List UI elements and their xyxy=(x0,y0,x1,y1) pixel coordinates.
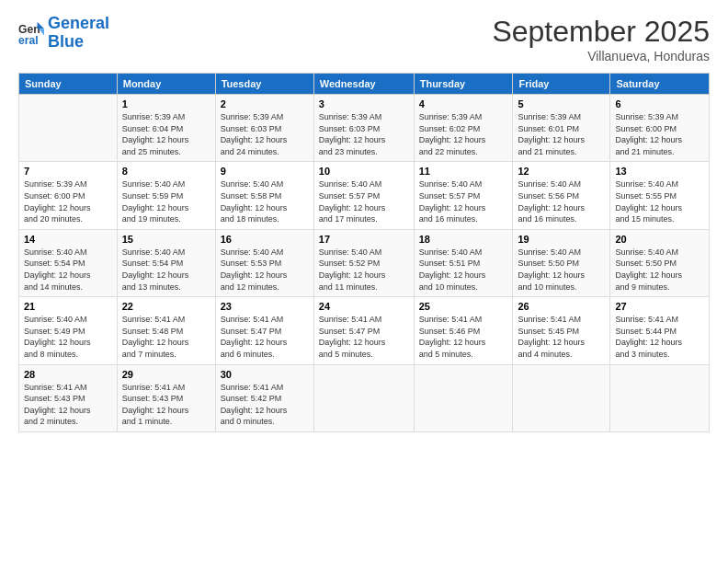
day-number: 2 xyxy=(221,98,309,109)
day-number: 3 xyxy=(319,98,409,109)
day-info: Sunrise: 5:41 AM Sunset: 5:43 PM Dayligh… xyxy=(24,382,112,428)
day-number: 10 xyxy=(319,166,409,177)
day-cell: 23Sunrise: 5:41 AM Sunset: 5:47 PM Dayli… xyxy=(215,297,313,364)
day-info: Sunrise: 5:40 AM Sunset: 5:52 PM Dayligh… xyxy=(319,247,409,293)
day-number: 19 xyxy=(518,234,605,245)
day-number: 22 xyxy=(122,301,210,312)
day-number: 12 xyxy=(518,166,605,177)
day-cell: 11Sunrise: 5:40 AM Sunset: 5:57 PM Dayli… xyxy=(414,162,513,229)
day-info: Sunrise: 5:40 AM Sunset: 5:49 PM Dayligh… xyxy=(24,314,112,360)
day-number: 23 xyxy=(221,301,309,312)
day-number: 7 xyxy=(24,166,112,177)
week-row-0: 1Sunrise: 5:39 AM Sunset: 6:04 PM Daylig… xyxy=(19,95,710,162)
day-cell: 6Sunrise: 5:39 AM Sunset: 6:00 PM Daylig… xyxy=(610,95,710,162)
calendar-table: Sunday Monday Tuesday Wednesday Thursday… xyxy=(18,73,710,432)
day-number: 9 xyxy=(221,166,309,177)
day-number: 29 xyxy=(122,369,210,380)
col-tuesday: Tuesday xyxy=(215,74,313,95)
day-info: Sunrise: 5:41 AM Sunset: 5:48 PM Dayligh… xyxy=(122,314,210,360)
day-info: Sunrise: 5:40 AM Sunset: 5:58 PM Dayligh… xyxy=(221,178,309,224)
day-number: 24 xyxy=(319,301,409,312)
header: Gen eral GeneralBlue September 2025 Vill… xyxy=(18,15,710,63)
month-title: September 2025 xyxy=(492,15,710,49)
location-subtitle: Villanueva, Honduras xyxy=(492,49,710,63)
day-cell: 14Sunrise: 5:40 AM Sunset: 5:54 PM Dayli… xyxy=(19,229,118,296)
day-cell: 20Sunrise: 5:40 AM Sunset: 5:50 PM Dayli… xyxy=(610,229,710,296)
day-info: Sunrise: 5:39 AM Sunset: 6:03 PM Dayligh… xyxy=(221,111,309,157)
day-cell: 9Sunrise: 5:40 AM Sunset: 5:58 PM Daylig… xyxy=(215,162,313,229)
day-info: Sunrise: 5:40 AM Sunset: 5:54 PM Dayligh… xyxy=(122,247,210,293)
day-number: 15 xyxy=(122,234,210,245)
day-number: 17 xyxy=(319,234,409,245)
day-number: 18 xyxy=(419,234,508,245)
day-number: 16 xyxy=(221,234,309,245)
week-row-1: 7Sunrise: 5:39 AM Sunset: 6:00 PM Daylig… xyxy=(19,162,710,229)
day-number: 8 xyxy=(122,166,210,177)
day-number: 6 xyxy=(615,98,704,109)
day-cell: 7Sunrise: 5:39 AM Sunset: 6:00 PM Daylig… xyxy=(19,162,118,229)
day-info: Sunrise: 5:40 AM Sunset: 5:57 PM Dayligh… xyxy=(319,178,409,224)
svg-marker-2 xyxy=(38,22,44,29)
logo: Gen eral GeneralBlue xyxy=(18,15,109,52)
day-info: Sunrise: 5:39 AM Sunset: 6:04 PM Dayligh… xyxy=(122,111,210,157)
day-number: 27 xyxy=(615,301,704,312)
day-cell: 10Sunrise: 5:40 AM Sunset: 5:57 PM Dayli… xyxy=(313,162,414,229)
day-info: Sunrise: 5:39 AM Sunset: 6:00 PM Dayligh… xyxy=(24,178,112,224)
day-cell: 13Sunrise: 5:40 AM Sunset: 5:55 PM Dayli… xyxy=(610,162,710,229)
week-row-2: 14Sunrise: 5:40 AM Sunset: 5:54 PM Dayli… xyxy=(19,229,710,296)
day-cell: 30Sunrise: 5:41 AM Sunset: 5:42 PM Dayli… xyxy=(215,364,313,431)
day-number: 11 xyxy=(419,166,508,177)
day-info: Sunrise: 5:40 AM Sunset: 5:57 PM Dayligh… xyxy=(419,178,508,224)
day-info: Sunrise: 5:39 AM Sunset: 6:03 PM Dayligh… xyxy=(319,111,409,157)
col-saturday: Saturday xyxy=(610,74,710,95)
day-number: 13 xyxy=(615,166,704,177)
day-cell xyxy=(313,364,414,431)
day-info: Sunrise: 5:40 AM Sunset: 5:59 PM Dayligh… xyxy=(122,178,210,224)
day-cell: 2Sunrise: 5:39 AM Sunset: 6:03 PM Daylig… xyxy=(215,95,313,162)
day-cell: 17Sunrise: 5:40 AM Sunset: 5:52 PM Dayli… xyxy=(313,229,414,296)
day-number: 26 xyxy=(518,301,605,312)
day-cell: 27Sunrise: 5:41 AM Sunset: 5:44 PM Dayli… xyxy=(610,297,710,364)
day-info: Sunrise: 5:41 AM Sunset: 5:46 PM Dayligh… xyxy=(419,314,508,360)
day-cell: 29Sunrise: 5:41 AM Sunset: 5:43 PM Dayli… xyxy=(117,364,215,431)
day-cell: 24Sunrise: 5:41 AM Sunset: 5:47 PM Dayli… xyxy=(313,297,414,364)
day-info: Sunrise: 5:40 AM Sunset: 5:50 PM Dayligh… xyxy=(518,247,605,293)
col-thursday: Thursday xyxy=(414,74,513,95)
day-cell: 21Sunrise: 5:40 AM Sunset: 5:49 PM Dayli… xyxy=(19,297,118,364)
day-info: Sunrise: 5:40 AM Sunset: 5:50 PM Dayligh… xyxy=(615,247,704,293)
logo-text: GeneralBlue xyxy=(48,15,109,52)
day-number: 20 xyxy=(615,234,704,245)
day-info: Sunrise: 5:40 AM Sunset: 5:51 PM Dayligh… xyxy=(419,247,508,293)
day-cell: 19Sunrise: 5:40 AM Sunset: 5:50 PM Dayli… xyxy=(513,229,610,296)
day-cell xyxy=(513,364,610,431)
day-number: 5 xyxy=(518,98,605,109)
day-cell xyxy=(610,364,710,431)
day-cell: 25Sunrise: 5:41 AM Sunset: 5:46 PM Dayli… xyxy=(414,297,513,364)
day-info: Sunrise: 5:41 AM Sunset: 5:47 PM Dayligh… xyxy=(221,314,309,360)
day-info: Sunrise: 5:41 AM Sunset: 5:45 PM Dayligh… xyxy=(518,314,605,360)
day-info: Sunrise: 5:40 AM Sunset: 5:54 PM Dayligh… xyxy=(24,247,112,293)
day-number: 14 xyxy=(24,234,112,245)
col-wednesday: Wednesday xyxy=(313,74,414,95)
col-monday: Monday xyxy=(117,74,215,95)
day-cell: 15Sunrise: 5:40 AM Sunset: 5:54 PM Dayli… xyxy=(117,229,215,296)
col-friday: Friday xyxy=(513,74,610,95)
day-cell: 28Sunrise: 5:41 AM Sunset: 5:43 PM Dayli… xyxy=(19,364,118,431)
day-info: Sunrise: 5:40 AM Sunset: 5:53 PM Dayligh… xyxy=(221,247,309,293)
day-number: 28 xyxy=(24,369,112,380)
week-row-3: 21Sunrise: 5:40 AM Sunset: 5:49 PM Dayli… xyxy=(19,297,710,364)
day-info: Sunrise: 5:39 AM Sunset: 6:00 PM Dayligh… xyxy=(615,111,704,157)
day-info: Sunrise: 5:39 AM Sunset: 6:01 PM Dayligh… xyxy=(518,111,605,157)
col-sunday: Sunday xyxy=(19,74,118,95)
day-cell: 5Sunrise: 5:39 AM Sunset: 6:01 PM Daylig… xyxy=(513,95,610,162)
day-info: Sunrise: 5:41 AM Sunset: 5:44 PM Dayligh… xyxy=(615,314,704,360)
day-cell xyxy=(19,95,118,162)
week-row-4: 28Sunrise: 5:41 AM Sunset: 5:43 PM Dayli… xyxy=(19,364,710,431)
day-cell xyxy=(414,364,513,431)
day-number: 4 xyxy=(419,98,508,109)
day-info: Sunrise: 5:41 AM Sunset: 5:47 PM Dayligh… xyxy=(319,314,409,360)
day-info: Sunrise: 5:41 AM Sunset: 5:43 PM Dayligh… xyxy=(122,382,210,428)
svg-text:eral: eral xyxy=(18,34,39,46)
day-number: 21 xyxy=(24,301,112,312)
logo-icon: Gen eral xyxy=(18,20,44,46)
